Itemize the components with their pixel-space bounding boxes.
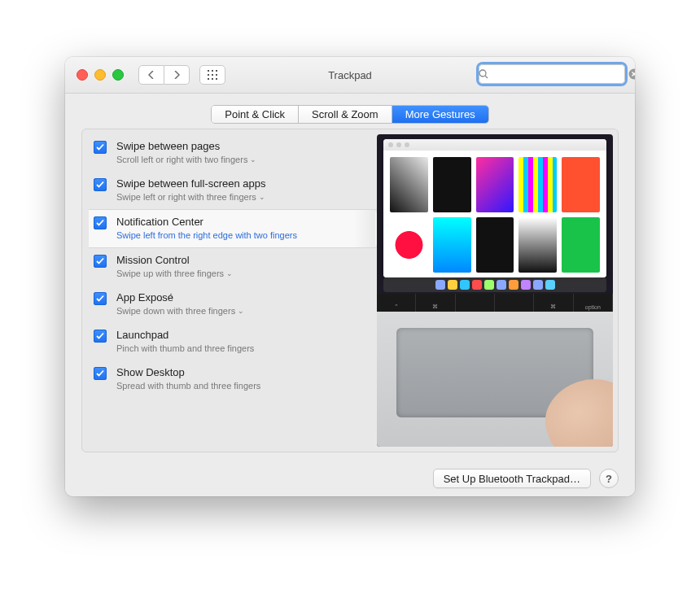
option-desc[interactable]: Scroll left or right with two fingers⌄ [116, 154, 256, 166]
gesture-option[interactable]: Swipe between pagesScroll left or right … [89, 134, 377, 172]
svg-rect-5 [216, 74, 217, 76]
option-title: Notification Center [116, 216, 297, 228]
svg-rect-6 [208, 78, 209, 80]
forward-button[interactable] [164, 65, 190, 85]
chevron-down-icon: ⌄ [250, 154, 256, 166]
svg-rect-0 [208, 70, 209, 72]
option-title: Swipe between pages [116, 140, 256, 152]
option-desc: Spread with thumb and three fingers [116, 380, 260, 392]
option-text: LaunchpadPinch with thumb and three fing… [116, 329, 254, 355]
checkbox[interactable] [94, 141, 107, 154]
back-button[interactable] [138, 65, 164, 85]
chevron-down-icon: ⌄ [259, 191, 265, 203]
nav-buttons [138, 65, 190, 85]
tab-point-click[interactable]: Point & Click [212, 106, 299, 123]
preview-dock [383, 277, 606, 292]
checkbox[interactable] [94, 255, 107, 268]
option-desc[interactable]: Swipe left or right with three fingers⌄ [116, 191, 266, 203]
checkbox[interactable] [94, 216, 107, 229]
segmented-control: Point & Click Scroll & Zoom More Gesture… [211, 105, 488, 124]
gesture-options-list: Swipe between pagesScroll left or right … [82, 129, 377, 452]
option-title: App Exposé [116, 291, 244, 304]
tab-more-gestures[interactable]: More Gestures [392, 106, 488, 123]
option-title: Show Desktop [116, 366, 260, 378]
window-controls [77, 69, 124, 81]
checkbox[interactable] [94, 292, 107, 305]
preview-browser [383, 139, 606, 277]
option-text: App ExposéSwipe down with three fingers⌄ [116, 291, 244, 317]
search-field[interactable] [479, 64, 625, 84]
gesture-option[interactable]: Notification CenterSwipe left from the r… [89, 209, 377, 248]
svg-line-10 [485, 76, 488, 78]
minimize-icon[interactable] [94, 69, 106, 81]
chevron-down-icon: ⌄ [226, 268, 233, 280]
checkbox[interactable] [94, 330, 107, 343]
preferences-window: Trackpad Point & Click Scroll & Zoom Mor… [65, 57, 635, 496]
content-panel: Swipe between pagesScroll left or right … [81, 129, 619, 452]
titlebar: Trackpad [65, 57, 635, 94]
option-title: Launchpad [116, 329, 254, 341]
setup-bluetooth-button[interactable]: Set Up Bluetooth Trackpad… [433, 469, 591, 488]
preview-body [377, 312, 613, 447]
option-desc: Swipe left from the right edge with two … [116, 229, 297, 242]
chevron-down-icon: ⌄ [238, 305, 244, 317]
gesture-option[interactable]: Mission ControlSwipe up with three finge… [89, 248, 377, 286]
gesture-option[interactable]: LaunchpadPinch with thumb and three fing… [89, 323, 377, 360]
svg-rect-8 [216, 78, 217, 80]
option-text: Swipe between pagesScroll left or right … [116, 140, 256, 166]
checkbox[interactable] [94, 367, 107, 380]
svg-rect-4 [212, 74, 213, 76]
help-button[interactable]: ? [599, 469, 619, 488]
option-title: Mission Control [116, 254, 233, 266]
option-desc[interactable]: Swipe down with three fingers⌄ [116, 305, 244, 317]
svg-rect-2 [216, 70, 217, 72]
tabs: Point & Click Scroll & Zoom More Gesture… [65, 105, 635, 124]
option-text: Notification CenterSwipe left from the r… [116, 216, 297, 242]
gesture-preview: ⌃⌘⌘option [377, 134, 613, 447]
option-desc: Pinch with thumb and three fingers [116, 343, 254, 355]
gesture-option[interactable]: Swipe between full-screen appsSwipe left… [89, 172, 377, 209]
option-desc[interactable]: Swipe up with three fingers⌄ [116, 268, 233, 280]
zoom-icon[interactable] [112, 69, 124, 81]
option-text: Swipe between full-screen appsSwipe left… [116, 177, 266, 203]
show-all-button[interactable] [199, 65, 225, 85]
chevron-right-icon [173, 71, 180, 79]
footer: Set Up Bluetooth Trackpad… ? [65, 461, 635, 496]
search-input[interactable] [488, 65, 628, 83]
chevron-left-icon [148, 71, 155, 79]
preview-keyboard: ⌃⌘⌘option [377, 294, 613, 312]
option-text: Show DesktopSpread with thumb and three … [116, 366, 260, 392]
search-icon [479, 69, 488, 79]
svg-rect-1 [212, 70, 213, 72]
gesture-option[interactable]: App ExposéSwipe down with three fingers⌄ [89, 286, 377, 323]
option-text: Mission ControlSwipe up with three finge… [116, 254, 233, 280]
checkbox[interactable] [94, 178, 107, 191]
clear-icon [628, 68, 635, 80]
svg-point-9 [479, 70, 486, 76]
clear-search-button[interactable] [628, 68, 635, 80]
gesture-option[interactable]: Show DesktopSpread with thumb and three … [89, 360, 377, 398]
option-title: Swipe between full-screen apps [116, 177, 266, 190]
svg-rect-3 [208, 74, 209, 76]
tab-scroll-zoom[interactable]: Scroll & Zoom [299, 106, 392, 123]
grid-icon [208, 70, 217, 80]
svg-rect-7 [212, 78, 213, 80]
close-icon[interactable] [77, 69, 88, 81]
